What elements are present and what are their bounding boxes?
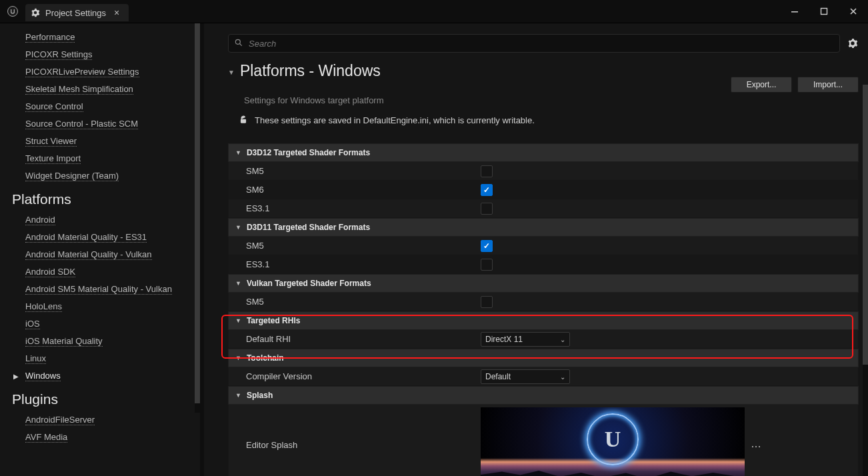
row-editor-splash: Editor Splash U … [228, 405, 859, 476]
section-d3d12-header[interactable]: ▼D3D12 Targeted Shader Formats [228, 143, 859, 162]
row-d3d12-sm6: SM6 [228, 181, 859, 199]
page-title: ▼ Platforms - Windows [228, 62, 731, 80]
sidebar-item-android-sm5-mq-vulkan[interactable]: Android SM5 Material Quality - Vulkan [0, 281, 200, 298]
tab-title: Project Settings [45, 8, 106, 18]
sidebar-item-struct-viewer[interactable]: Struct Viewer [0, 133, 200, 150]
sidebar-item-skeletal-mesh-simplification[interactable]: Skeletal Mesh Simplification [0, 81, 200, 98]
sidebar-group-plugins: AndroidFileServer AVF Media [0, 411, 200, 446]
settings-sidebar: Performance PICOXR Settings PICOXRLivePr… [0, 23, 200, 476]
editor-splash-preview[interactable]: U [481, 407, 745, 476]
close-button[interactable] [839, 0, 868, 23]
row-compiler-version: Compiler Version Default⌄ [228, 367, 859, 386]
svg-rect-1 [791, 11, 798, 13]
section-vulkan-header[interactable]: ▼Vulkan Targeted Shader Formats [228, 274, 859, 293]
row-vulkan-sm5: SM5 [228, 293, 859, 311]
caret-down-icon: ▼ [235, 280, 241, 287]
sidebar-item-linux[interactable]: Linux [0, 350, 200, 367]
tab-close-icon[interactable]: × [111, 7, 122, 18]
sidebar-item-android-sdk[interactable]: Android SDK [0, 263, 200, 281]
settings-main: ▼ Platforms - Windows Export... Import..… [204, 23, 868, 476]
section-targeted-rhis-header[interactable]: ▼Targeted RHIs [228, 311, 859, 330]
titlebar: Project Settings × [0, 0, 868, 23]
gear-icon [31, 8, 40, 17]
settings-gear-button[interactable] [847, 37, 859, 49]
sidebar-item-android-mq-es31[interactable]: Android Material Quality - ES31 [0, 229, 200, 246]
sidebar-item-source-control[interactable]: Source Control [0, 98, 200, 115]
maximize-button[interactable] [809, 0, 839, 23]
sidebar-item-texture-import[interactable]: Texture Import [0, 150, 200, 167]
sidebar-item-androidfileserver[interactable]: AndroidFileServer [0, 411, 200, 429]
row-default-rhi: Default RHI DirectX 11⌄ [228, 330, 859, 349]
sidebar-item-widget-designer-team[interactable]: Widget Designer (Team) [0, 167, 200, 185]
sidebar-heading-plugins: Plugins [0, 385, 200, 411]
svg-point-3 [235, 39, 240, 44]
save-status-text: These settings are saved in DefaultEngin… [255, 115, 535, 125]
section-d3d11-header[interactable]: ▼D3D11 Targeted Shader Formats [228, 218, 859, 237]
sidebar-item-avf-media[interactable]: AVF Media [0, 429, 200, 446]
sidebar-item-ios-material-quality[interactable]: iOS Material Quality [0, 333, 200, 350]
import-button[interactable]: Import... [797, 77, 859, 93]
chevron-down-icon: ⌄ [560, 373, 565, 381]
sidebar-item-android[interactable]: Android [0, 211, 200, 229]
sidebar-item-picoxr-settings[interactable]: PICOXR Settings [0, 46, 200, 63]
search-input-wrapper[interactable] [228, 34, 840, 53]
row-d3d11-es31: ES3.1 [228, 255, 859, 274]
sidebar-heading-platforms: Platforms [0, 185, 200, 211]
window-controls [780, 0, 868, 23]
sidebar-item-performance[interactable]: Performance [0, 29, 200, 46]
svg-rect-4 [241, 119, 246, 123]
section-splash-header[interactable]: ▼Splash [228, 386, 859, 405]
sidebar-item-picoxr-live-preview[interactable]: PICOXRLivePreview Settings [0, 63, 200, 81]
checkbox-d3d12-sm5[interactable] [481, 165, 493, 177]
checkbox-d3d12-es31[interactable] [481, 203, 493, 215]
unlock-icon [239, 115, 248, 125]
sidebar-item-windows[interactable]: ▶Windows [0, 367, 200, 385]
search-input[interactable] [247, 38, 834, 49]
page-subtitle: Settings for Windows target platform [228, 93, 859, 112]
sidebar-item-android-mq-vulkan[interactable]: Android Material Quality - Vulkan [0, 246, 200, 263]
caret-down-icon[interactable]: ▼ [228, 69, 235, 76]
checkbox-d3d12-sm6[interactable] [481, 184, 493, 196]
sidebar-item-source-control-plastic[interactable]: Source Control - Plastic SCM [0, 115, 200, 133]
sidebar-group-platforms: Android Android Material Quality - ES31 … [0, 211, 200, 385]
checkbox-d3d11-es31[interactable] [481, 259, 493, 271]
svg-point-0 [8, 7, 18, 17]
dropdown-compiler-version[interactable]: Default⌄ [481, 369, 570, 384]
caret-down-icon: ▼ [235, 224, 241, 231]
checkbox-vulkan-sm5[interactable] [481, 296, 493, 308]
caret-down-icon: ▼ [235, 317, 241, 324]
row-d3d12-sm5: SM5 [228, 162, 859, 181]
browse-editor-splash-button[interactable]: … [747, 407, 765, 476]
main-scrollbar-thumb[interactable] [863, 85, 868, 365]
dropdown-default-rhi[interactable]: DirectX 11⌄ [481, 332, 570, 347]
app-logo-icon [7, 5, 19, 17]
sidebar-group-editor: Performance PICOXR Settings PICOXRLivePr… [0, 29, 200, 185]
sidebar-item-hololens[interactable]: HoloLens [0, 298, 200, 315]
sidebar-item-ios[interactable]: iOS [0, 315, 200, 333]
tab-project-settings[interactable]: Project Settings × [25, 4, 129, 21]
sidebar-scrollbar-thumb[interactable] [195, 23, 200, 403]
row-d3d12-es31: ES3.1 [228, 199, 859, 218]
row-d3d11-sm5: SM5 [228, 237, 859, 255]
minimize-button[interactable] [780, 0, 809, 23]
chevron-down-icon: ⌄ [560, 336, 565, 343]
section-toolchain-header[interactable]: ▼Toolchain [228, 349, 859, 367]
export-button[interactable]: Export... [731, 77, 792, 93]
caret-down-icon: ▼ [235, 149, 241, 156]
caret-down-icon: ▼ [235, 392, 241, 399]
caret-right-icon: ▶ [13, 373, 19, 380]
caret-down-icon: ▼ [235, 355, 241, 361]
svg-rect-2 [821, 9, 827, 15]
search-icon [234, 38, 243, 49]
checkbox-d3d11-sm5[interactable] [481, 240, 493, 252]
